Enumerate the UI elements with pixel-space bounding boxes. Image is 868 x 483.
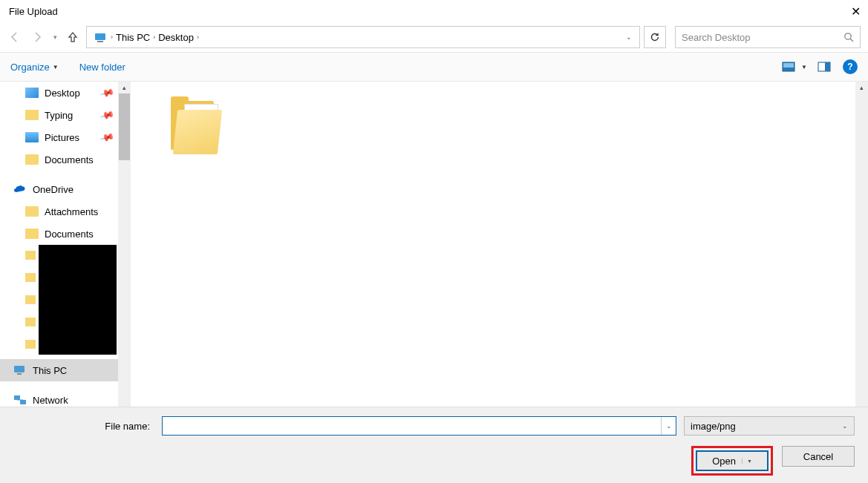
caret-down-icon: ⌄ <box>842 422 848 430</box>
tree-label: Pictures <box>45 132 79 143</box>
toolbar: Organize ▼ New folder ▼ ? <box>0 52 868 82</box>
tree-label: Network <box>33 395 68 406</box>
search-icon <box>843 32 854 42</box>
back-button[interactable] <box>6 28 24 46</box>
filelist-scrollbar[interactable]: ▴ ▾ <box>855 82 868 415</box>
organize-menu[interactable]: Organize ▼ <box>10 62 59 73</box>
breadcrumb-root[interactable]: This PC <box>113 30 153 45</box>
tree-label: Attachments <box>45 206 98 217</box>
pin-icon: 📌 <box>99 130 114 145</box>
recent-dropdown[interactable]: ▾ <box>50 28 59 46</box>
pin-icon: 📌 <box>99 85 114 101</box>
organize-label: Organize <box>10 62 50 73</box>
folder-icon <box>25 251 36 260</box>
nav-tree: Desktop 📌 Typing 📌 Pictures 📌 Documents … <box>0 82 131 415</box>
svg-rect-1 <box>97 41 103 42</box>
folder-icon <box>25 340 36 349</box>
breadcrumb-root-icon <box>91 30 111 44</box>
tree-label: Documents <box>45 229 94 240</box>
preview-pane-button[interactable] <box>818 61 832 73</box>
window-title: File Upload <box>7 6 831 17</box>
folder-icon <box>25 132 39 142</box>
cancel-button[interactable]: Cancel <box>782 446 855 467</box>
folder-icon <box>168 96 227 156</box>
open-button-highlight: Open ▼ <box>691 446 773 476</box>
svg-rect-11 <box>20 400 26 404</box>
svg-point-2 <box>845 33 851 39</box>
tree-item-onedrive[interactable]: OneDrive <box>0 178 131 200</box>
tree-item-desktop[interactable]: Desktop 📌 <box>0 82 131 104</box>
help-button[interactable]: ? <box>843 59 858 74</box>
svg-line-3 <box>850 39 853 42</box>
tree-item-onedrive-documents[interactable]: Documents <box>0 223 131 245</box>
address-dropdown[interactable]: ⌄ <box>623 33 635 41</box>
tree-label: OneDrive <box>33 184 74 195</box>
pin-icon: 📌 <box>99 108 114 123</box>
filetype-label: image/png <box>691 421 736 432</box>
filename-label: File name: <box>13 421 154 432</box>
tree-label: Typing <box>45 110 73 121</box>
nav-row: ▾ › This PC › Desktop › ⌄ <box>0 22 868 52</box>
filetype-select[interactable]: image/png ⌄ <box>684 416 855 436</box>
chevron-right-icon: › <box>197 33 199 41</box>
view-mode-button[interactable]: ▼ <box>782 61 807 73</box>
desktop-icon <box>25 88 39 98</box>
tree-label: Desktop <box>45 88 80 99</box>
svg-rect-9 <box>17 373 22 375</box>
onedrive-icon <box>13 185 27 194</box>
folder-icon <box>25 154 39 165</box>
caret-down-icon[interactable]: ▼ <box>742 459 752 464</box>
tree-label: This PC <box>33 365 67 376</box>
pc-icon <box>13 365 27 375</box>
scroll-up-icon[interactable]: ▴ <box>123 82 126 93</box>
tree-item-pictures[interactable]: Pictures 📌 <box>0 126 131 148</box>
tree-item-this-pc[interactable]: This PC <box>0 359 131 381</box>
breadcrumb-current[interactable]: Desktop <box>155 30 197 45</box>
svg-rect-7 <box>825 62 830 71</box>
refresh-button[interactable] <box>644 26 666 48</box>
network-icon <box>13 395 27 405</box>
forward-button[interactable] <box>28 28 46 46</box>
file-list-pane[interactable]: ▴ ▾ <box>131 82 868 415</box>
svg-rect-8 <box>14 366 25 372</box>
caret-down-icon: ▼ <box>53 64 59 70</box>
folder-icon <box>25 318 36 326</box>
svg-rect-0 <box>95 33 105 40</box>
content-area: Desktop 📌 Typing 📌 Pictures 📌 Documents … <box>0 82 868 415</box>
svg-rect-5 <box>783 63 794 68</box>
titlebar: File Upload ✕ <box>0 0 868 22</box>
folder-icon <box>25 110 39 120</box>
bottom-bar: File name: ⌄ image/png ⌄ Open ▼ Cancel <box>0 407 868 483</box>
svg-rect-10 <box>14 395 20 400</box>
open-button[interactable]: Open ▼ <box>696 450 769 471</box>
tree-scrollbar[interactable]: ▴ ▾ <box>118 82 131 415</box>
address-bar[interactable]: › This PC › Desktop › ⌄ <box>86 26 640 48</box>
folder-icon <box>25 206 39 217</box>
cancel-label: Cancel <box>803 451 833 462</box>
filename-input[interactable] <box>163 421 661 432</box>
filename-dropdown[interactable]: ⌄ <box>661 417 676 435</box>
open-label: Open <box>712 456 736 467</box>
new-folder-button[interactable]: New folder <box>79 62 125 73</box>
up-button[interactable] <box>64 28 82 46</box>
redacted-area <box>39 245 117 355</box>
tree-label: Documents <box>45 154 94 165</box>
tree-item-documents[interactable]: Documents <box>0 148 131 171</box>
folder-icon <box>25 295 36 304</box>
newfolder-label: New folder <box>79 62 125 73</box>
folder-icon <box>25 229 39 239</box>
scroll-thumb[interactable] <box>119 93 130 160</box>
search-input[interactable] <box>682 32 843 43</box>
scroll-up-icon[interactable]: ▴ <box>855 82 868 93</box>
folder-icon <box>25 273 36 282</box>
close-button[interactable]: ✕ <box>831 4 861 19</box>
tree-item-typing[interactable]: Typing 📌 <box>0 104 131 126</box>
file-item-folder[interactable] <box>168 96 227 178</box>
tree-item-attachments[interactable]: Attachments <box>0 200 131 223</box>
filename-field[interactable]: ⌄ <box>162 416 676 436</box>
search-box[interactable] <box>675 26 861 48</box>
